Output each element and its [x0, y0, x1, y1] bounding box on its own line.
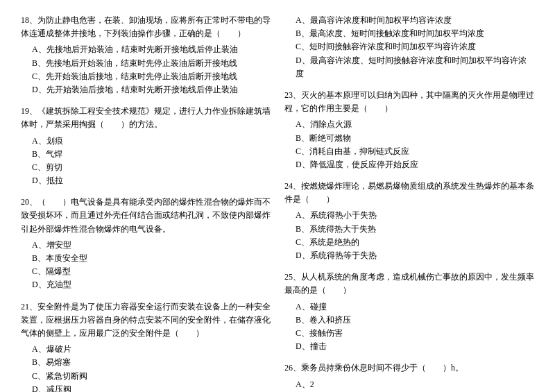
question-24-option-b: B、系统得热大于失热 [296, 223, 534, 236]
question-23-option-c: C、消耗自由基，抑制链式反应 [296, 145, 534, 158]
question-23-option-d: D、降低温度，使反应停开始反应 [296, 158, 534, 171]
question-20: 20、（ ）电气设备是具有能承受内部的爆炸性混合物的爆炸而不致受损坏环，而且通过… [21, 196, 271, 291]
question-26: 26、乘务员持乘份休息时间不得少于（ ）h。 A、2 B、4 C、6 D、8 [284, 361, 534, 392]
question-24-option-c: C、系统是绝热的 [296, 236, 534, 249]
left-column: 18、为防止静电危害，在装、卸油现场，应将所有正常时不带电的导体连通成整体并接地… [21, 14, 271, 392]
page-container: 18、为防止静电危害，在装、卸油现场，应将所有正常时不带电的导体连通成整体并接地… [21, 14, 534, 392]
question-22-option-b: B、最高浓度、短时间接触浓度和时间加权平均浓度 [296, 27, 534, 40]
question-24: 24、按燃烧爆炸理论，易燃易爆物质组成的系统发生热爆炸的基本条件是（ ） A、系… [284, 180, 534, 262]
question-20-option-b: B、本质安全型 [32, 252, 271, 265]
question-22-option-d: D、最高容许浓度、短时间接触容许浓度和时间加权平均容许浓度 [296, 54, 534, 80]
question-23-option-a: A、消除点火源 [296, 118, 534, 131]
question-21-text: 21、安全附件是为了使压力容器安全运行而安装在设备上的一种安全装置，应根据压力容… [21, 300, 271, 341]
question-19-option-c: C、剪切 [32, 161, 271, 174]
question-22-option-c: C、短时间接触容许浓度和时间加权平均容许浓度 [296, 40, 534, 53]
question-18-text: 18、为防止静电危害，在装、卸油现场，应将所有正常时不带电的导体连通成整体并接地… [21, 14, 271, 40]
question-18-option-b: B、先接地后开始装油，结束时先停止装油后断开接地线 [32, 57, 271, 70]
question-24-option-d: D、系统得热等于失热 [296, 249, 534, 262]
question-25: 25、从人机系统的角度考虑，造成机械伤亡事故的原因中，发生频率最高的是（ ） A… [284, 271, 534, 353]
question-21: 21、安全附件是为了使压力容器安全运行而安装在设备上的一种安全装置，应根据压力容… [21, 300, 271, 392]
question-21-option-b: B、易熔塞 [32, 356, 271, 369]
two-column-layout: 18、为防止静电危害，在装、卸油现场，应将所有正常时不带电的导体连通成整体并接地… [21, 14, 534, 392]
question-18-option-a: A、先接地后开始装油，结束时先断开接地线后停止装油 [32, 43, 271, 56]
question-19-option-a: A、划痕 [32, 135, 271, 148]
question-18-option-d: D、先开始装油后接地，结束时先断开接地线后停止装油 [32, 83, 271, 96]
question-25-text: 25、从人机系统的角度考虑，造成机械伤亡事故的原因中，发生频率最高的是（ ） [284, 271, 534, 297]
question-20-option-d: D、充油型 [32, 278, 271, 291]
question-19: 19、《建筑拆除工程安全技术规范》规定，进行人力作业拆除建筑墙体时，严禁采用掏掘… [21, 105, 271, 187]
question-23-option-b: B、断绝可燃物 [296, 132, 534, 145]
question-24-option-a: A、系统得热小于失热 [296, 209, 534, 222]
question-19-option-d: D、抵拉 [32, 174, 271, 187]
question-20-option-a: A、增安型 [32, 239, 271, 252]
question-22-options: A、最高容许浓度和时间加权平均容许浓度 B、最高浓度、短时间接触浓度和时间加权平… [284, 14, 534, 80]
question-19-text: 19、《建筑拆除工程安全技术规范》规定，进行人力作业拆除建筑墙体时，严禁采用掏掘… [21, 105, 271, 131]
question-25-option-b: B、卷入和挤压 [296, 314, 534, 327]
question-18-option-c: C、先开始装油后接地，结束时先停止装油后断开接地线 [32, 70, 271, 83]
question-19-option-b: B、气焊 [32, 148, 271, 161]
question-20-text: 20、（ ）电气设备是具有能承受内部的爆炸性混合物的爆炸而不致受损坏环，而且通过… [21, 196, 271, 236]
question-21-option-a: A、爆破片 [32, 343, 271, 356]
question-25-option-d: D、撞击 [296, 340, 534, 353]
question-26-option-a: A、2 [296, 378, 534, 391]
question-23: 23、灭火的基本原理可以归纳为四种，其中隔离的灭火作用是物理过程，它的作用主要是… [284, 89, 534, 171]
question-23-text: 23、灭火的基本原理可以归纳为四种，其中隔离的灭火作用是物理过程，它的作用主要是… [284, 89, 534, 115]
right-column: A、最高容许浓度和时间加权平均容许浓度 B、最高浓度、短时间接触浓度和时间加权平… [284, 14, 534, 392]
question-21-option-d: D、减压阀 [32, 383, 271, 392]
question-21-option-c: C、紧急切断阀 [32, 370, 271, 383]
question-25-option-c: C、接触伤害 [296, 327, 534, 340]
question-25-option-a: A、碰撞 [296, 300, 534, 314]
question-20-option-c: C、隔爆型 [32, 265, 271, 278]
question-26-text: 26、乘务员持乘份休息时间不得少于（ ）h。 [284, 361, 534, 375]
question-18: 18、为防止静电危害，在装、卸油现场，应将所有正常时不带电的导体连通成整体并接地… [21, 14, 271, 96]
question-22-option-a: A、最高容许浓度和时间加权平均容许浓度 [296, 14, 534, 27]
question-24-text: 24、按燃烧爆炸理论，易燃易爆物质组成的系统发生热爆炸的基本条件是（ ） [284, 180, 534, 206]
